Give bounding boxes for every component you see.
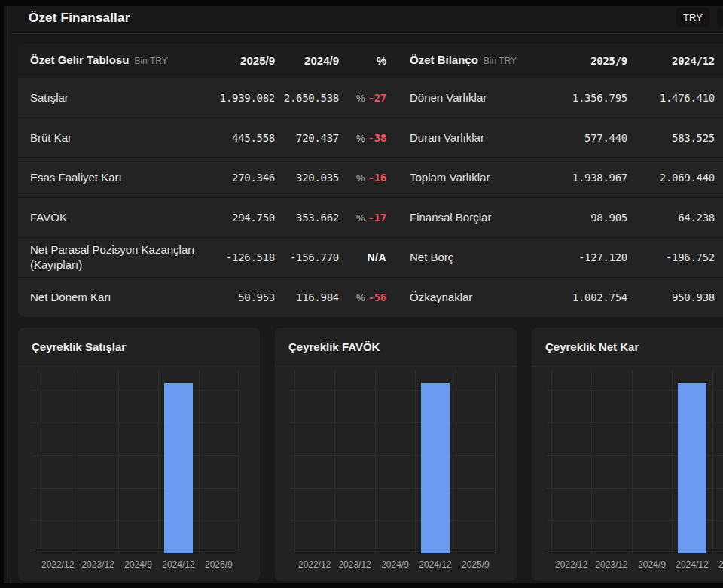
gridline	[290, 390, 496, 391]
x-axis-label: 2022/12	[551, 559, 591, 570]
value-cell: 720.437	[275, 132, 339, 144]
tables-header-row: Özet Gelir TablosuBin TRY 2025/9 2024/9 …	[18, 44, 723, 78]
gridline	[415, 370, 416, 553]
gridline	[334, 370, 335, 553]
value-cell: -196.752	[627, 251, 715, 264]
chart-title: Çeyreklik FAVÖK	[288, 340, 380, 353]
gridline	[294, 370, 295, 553]
x-axis-label: 2023/12	[334, 559, 374, 570]
x-axis-label: 2025/9	[199, 559, 239, 570]
table-row: Brüt Kar 445.558 720.437 %-38 Duran Varl…	[18, 117, 723, 157]
gridline	[118, 370, 119, 553]
gridline	[290, 455, 496, 456]
row-label: Net Parasal Pozisyon Kazançları (Kayıpla…	[18, 242, 211, 273]
chart-title: Çeyreklik Net Kar	[545, 340, 639, 353]
gridline	[199, 370, 200, 553]
value-cell: 950.938	[627, 291, 715, 303]
row-label: Net Dönem Karı	[18, 290, 211, 305]
value-cell: 50.953	[211, 291, 275, 303]
gridline	[290, 520, 496, 521]
gridline	[672, 370, 673, 553]
value-cell: 1.938.967	[549, 172, 627, 184]
gridline	[33, 488, 239, 489]
row-label: Özkaynaklar	[402, 290, 549, 305]
chart-title: Çeyreklik Satışlar	[32, 340, 126, 353]
percent-cell: %-27	[339, 91, 386, 105]
table-row: Esas Faaliyet Karı 270.346 320.035 %-16 …	[18, 157, 723, 197]
row-label: Brüt Kar	[18, 130, 211, 145]
row-label: Dönen Varlıklar	[402, 90, 549, 105]
value-cell: 2.069.440	[627, 172, 715, 184]
row-label: Duran Varlıklar	[402, 130, 549, 145]
gridline	[456, 370, 456, 553]
chart-header: Çeyreklik Satışlar	[18, 328, 260, 367]
chart-card-quarterly-sales: Çeyreklik Satışlar 2022/122023/122024/92…	[18, 328, 260, 581]
x-axis-label: 2024/12	[415, 559, 455, 570]
bar-chart	[38, 370, 239, 553]
value-cell: 1.476.410	[627, 92, 715, 104]
row-label: Toplam Varlıklar	[402, 170, 549, 185]
gridline	[78, 370, 78, 553]
percent-cell: %-16	[339, 171, 386, 184]
value-cell: 353.662	[275, 212, 339, 224]
row-label: Satışlar	[18, 90, 211, 105]
gridline	[33, 455, 239, 456]
value-cell: 270.346	[211, 172, 275, 184]
gridline	[33, 422, 239, 423]
chart-card-quarterly-ebitda: Çeyreklik FAVÖK 2022/122023/122024/92024…	[275, 328, 517, 581]
x-axis: 2022/122023/122024/92024/122025/9	[551, 559, 723, 570]
currency-try-button[interactable]: TRY	[676, 8, 709, 27]
gridline	[591, 370, 592, 553]
row-label: FAVÖK	[18, 210, 211, 225]
column-header: 2025/9	[211, 54, 275, 67]
percent-cell: %-38	[339, 131, 386, 145]
value-cell: 116.984	[275, 291, 339, 303]
gridline	[33, 390, 239, 391]
currency-other-button-partial[interactable]	[717, 8, 723, 27]
value-cell: -126.518	[211, 251, 275, 264]
summary-tables-card: Özet Gelir TablosuBin TRY 2025/9 2024/9 …	[18, 44, 723, 317]
column-header: 2024/12	[627, 55, 715, 67]
value-cell: 583.525	[627, 132, 715, 144]
value-cell: 1.356.795	[549, 92, 627, 104]
value-cell: 445.558	[211, 132, 275, 144]
value-cell: 1.002.754	[549, 291, 627, 303]
gridline	[158, 370, 159, 553]
x-axis-label: 2024/9	[632, 559, 672, 570]
column-header: 2024/9	[275, 54, 339, 67]
value-cell: -127.120	[549, 251, 627, 264]
bar	[678, 383, 706, 553]
chart-card-quarterly-net-profit: Çeyreklik Net Kar 2022/122023/122024/920…	[532, 328, 723, 581]
gridline	[551, 370, 552, 553]
x-axis: 2022/122023/122024/92024/122025/9	[38, 559, 239, 570]
value-cell: 2.650.538	[275, 92, 339, 104]
value-cell: 577.440	[549, 132, 627, 144]
percent-cell: %-17	[339, 211, 386, 224]
x-axis-line	[290, 553, 496, 553]
x-axis-label: 2022/12	[294, 559, 334, 570]
x-axis-label: 2024/9	[375, 559, 415, 570]
x-axis-label: 2025/9	[456, 559, 496, 570]
gridline	[632, 370, 633, 553]
income-table-title: Özet Gelir TablosuBin TRY	[18, 53, 211, 69]
column-header: %	[339, 54, 386, 67]
x-axis-label: 2024/9	[118, 559, 158, 570]
table-row: Satışlar 1.939.082 2.650.538 %-27 Dönen …	[18, 78, 723, 117]
vertical-divider	[11, 6, 11, 583]
balance-table-title: Özet BilançoBin TRY	[402, 53, 549, 69]
percent-cell: %-56	[339, 291, 386, 304]
x-axis: 2022/122023/122024/92024/122025/9	[294, 559, 496, 570]
bar	[164, 383, 193, 553]
main-content: Özet Finansallar TRY Özet Gelir TablosuB…	[4, 6, 723, 583]
value-cell: 98.905	[549, 212, 627, 224]
percent-cell: N/A	[339, 251, 386, 264]
gridline	[238, 370, 239, 553]
row-label: Finansal Borçlar	[402, 210, 549, 225]
bar	[421, 383, 450, 553]
gridline	[38, 370, 38, 553]
value-cell: 294.750	[211, 212, 275, 224]
x-axis-label: 2023/12	[591, 559, 631, 570]
x-axis-label: 2022/12	[38, 559, 78, 570]
gridline	[375, 370, 376, 553]
column-header: 2025/9	[549, 55, 627, 67]
